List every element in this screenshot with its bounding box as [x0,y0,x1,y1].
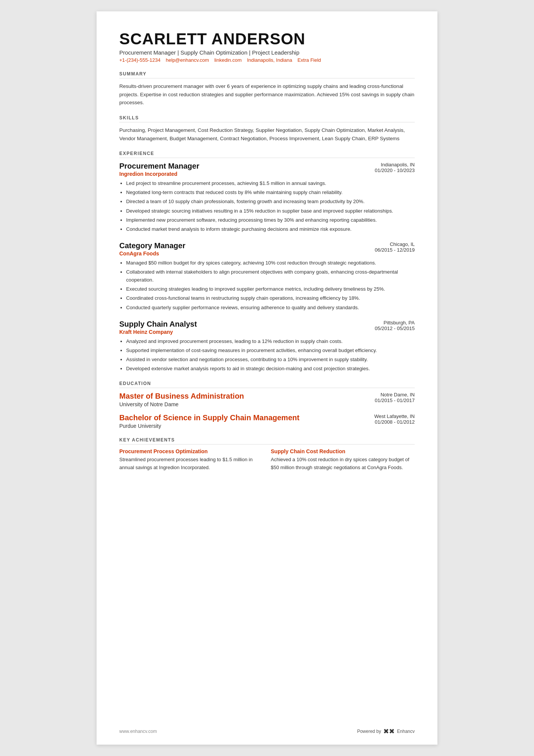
list-item: Conducted market trend analysis to infor… [126,225,415,233]
candidate-title: Procurement Manager | Supply Chain Optim… [119,49,415,56]
list-item: Assisted in vendor selection and negotia… [126,355,415,363]
job-title-1: Procurement Manager [119,162,199,171]
job-bullets-2: Managed $50 million budget for dry spice… [119,259,415,311]
achievements-label: KEY ACHIEVEMENTS [119,437,415,445]
edu-location-1: Notre Dame, IN [354,392,415,398]
job-location-1: Indianapolis, IN [354,162,415,167]
candidate-name: SCARLETT ANDERSON [119,30,415,48]
list-item: Developed strategic sourcing initiatives… [126,207,415,215]
list-item: Managed $50 million budget for dry spice… [126,259,415,267]
list-item: Analyzed and improved procurement proces… [126,337,415,345]
education-section: EDUCATION Master of Business Administrat… [119,381,415,429]
experience-label: EXPERIENCE [119,151,415,158]
contact-linkedin[interactable]: linkedin.com [214,57,242,63]
list-item: Implemented new procurement software, re… [126,216,415,224]
job-company-3: Kraft Heinz Company [119,329,197,335]
list-item: Coordinated cross-functional teams in re… [126,294,415,302]
skills-label: SKILLS [119,115,415,122]
footer-website: www.enhancv.com [119,729,157,734]
list-item: Developed extensive market analysis repo… [126,365,415,373]
job-dates-2: 06/2015 - 12/2019 [354,247,415,253]
summary-section: SUMMARY Results-driven procurement manag… [119,71,415,107]
job-company-2: ConAgra Foods [119,250,186,257]
edu-location-2: West Lafayette, IN [354,413,415,419]
list-item: Directed a team of 10 supply chain profe… [126,197,415,205]
list-item: Negotiated long-term contracts that redu… [126,188,415,196]
edu-dates-2: 01/2008 - 01/2012 [354,419,415,425]
job-dates-3: 05/2012 - 05/2015 [354,326,415,331]
edu-entry-2: Bachelor of Science in Supply Chain Mana… [119,413,415,429]
edu-school-2: Purdue University [119,423,300,429]
job-dates-1: 01/2020 - 10/2023 [354,167,415,173]
achievement-title-2: Supply Chain Cost Reduction [271,448,415,454]
achievement-text-2: Achieved a 10% cost reduction in dry spi… [271,456,415,472]
contact-phone[interactable]: +1-(234)-555-1234 [119,57,161,63]
contact-line: +1-(234)-555-1234 help@enhancv.com linke… [119,57,415,63]
footer-logo: Powered by ✖✖ Enhancv [357,727,415,736]
list-item: Collaborated with internal stakeholders … [126,268,415,284]
achievement-text-1: Streamlined procurement processes leadin… [119,456,263,472]
job-title-2: Category Manager [119,241,186,250]
achievements-section: KEY ACHIEVEMENTS Procurement Process Opt… [119,437,415,472]
job-entry-2: Category Manager ConAgra Foods Chicago, … [119,241,415,311]
contact-extra: Extra Field [297,57,321,63]
edu-dates-1: 01/2015 - 01/2017 [354,398,415,403]
edu-degree-2: Bachelor of Science in Supply Chain Mana… [119,413,300,422]
job-entry-3: Supply Chain Analyst Kraft Heinz Company… [119,320,415,373]
education-label: EDUCATION [119,381,415,388]
header: SCARLETT ANDERSON Procurement Manager | … [119,30,415,63]
achievement-title-1: Procurement Process Optimization [119,448,263,454]
experience-section: EXPERIENCE Procurement Manager Ingredion… [119,151,415,373]
job-company-1: Ingredion Incorporated [119,171,199,177]
skills-section: SKILLS Purchasing, Project Management, C… [119,115,415,142]
list-item: Conducted quarterly supplier performance… [126,304,415,311]
job-title-3: Supply Chain Analyst [119,320,197,329]
list-item: Led project to streamline procurement pr… [126,179,415,187]
job-location-2: Chicago, IL [354,241,415,247]
edu-school-1: University of Notre Dame [119,401,244,407]
contact-email[interactable]: help@enhancv.com [166,57,209,63]
footer: www.enhancv.com Powered by ✖✖ Enhancv [119,727,415,736]
summary-label: SUMMARY [119,71,415,78]
job-entry-1: Procurement Manager Ingredion Incorporat… [119,162,415,233]
achievements-grid: Procurement Process Optimization Streaml… [119,448,415,472]
skills-text: Purchasing, Project Management, Cost Red… [119,126,415,142]
job-bullets-3: Analyzed and improved procurement proces… [119,337,415,373]
achievement-item-1: Procurement Process Optimization Streaml… [119,448,263,472]
contact-location: Indianapolis, Indiana [247,57,292,63]
brand-name: Enhancv [397,729,415,734]
list-item: Executed sourcing strategies leading to … [126,285,415,293]
achievement-item-2: Supply Chain Cost Reduction Achieved a 1… [271,448,415,472]
list-item: Supported implementation of cost-saving … [126,346,415,354]
resume-page: SCARLETT ANDERSON Procurement Manager | … [97,11,437,745]
enhancv-logo-icon: ✖✖ [383,727,395,736]
job-location-3: Pittsburgh, PA [354,320,415,326]
job-bullets-1: Led project to streamline procurement pr… [119,179,415,233]
summary-text: Results-driven procurement manager with … [119,82,415,107]
edu-entry-1: Master of Business Administration Univer… [119,392,415,407]
edu-degree-1: Master of Business Administration [119,392,244,401]
powered-by-text: Powered by [357,729,381,734]
